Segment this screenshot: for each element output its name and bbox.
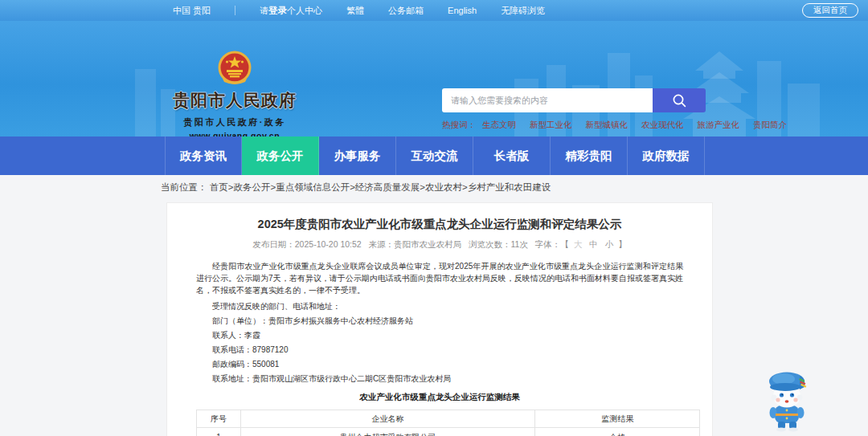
font-size-small[interactable]: 小 bbox=[605, 239, 614, 249]
table-header-row: 序号 企业名称 监测结果 bbox=[197, 410, 700, 428]
nav-tab-data[interactable]: 政府数据 bbox=[628, 137, 705, 175]
main-navigation: 政务资讯 政务公开 办事服务 互动交流 长者版 精彩贵阳 政府数据 bbox=[0, 137, 868, 175]
cell-serial: 1 bbox=[197, 428, 241, 436]
return-home-button[interactable]: 返回首页 bbox=[802, 3, 858, 18]
nav-tab-services[interactable]: 办事服务 bbox=[319, 137, 396, 175]
font-size-medium[interactable]: 中 bbox=[589, 239, 598, 249]
hot-search-label: 热搜词： bbox=[442, 120, 476, 131]
breadcrumb-home[interactable]: 首页 bbox=[210, 182, 228, 192]
breadcrumb-separator: > bbox=[462, 182, 468, 192]
hot-link-tourism[interactable]: 旅游产业化 bbox=[698, 120, 740, 131]
publish-date: 发布日期：2025-10-20 10:52 bbox=[252, 239, 361, 249]
search-area: 热搜词： 生态文明 新型工业化 新型城镇化 农业现代化 旅游产业化 贵阳简介 bbox=[442, 88, 707, 131]
contact-heading: 受理情况反映的部门、电话和地址： bbox=[196, 302, 683, 311]
breadcrumb-separator: > bbox=[350, 182, 355, 192]
article-body: 经贵阳市农业产业化市级重点龙头企业联席会议成员单位审定，现对2025年开展的农业… bbox=[196, 260, 683, 436]
cell-result: 合格 bbox=[535, 428, 700, 436]
breadcrumb-disclosure[interactable]: 政务公开 bbox=[233, 182, 270, 192]
national-emblem-icon bbox=[218, 50, 252, 87]
article-card: 2025年度贵阳市农业产业化市级重点龙头企业运行监测和评定结果公示 发布日期：2… bbox=[166, 202, 713, 436]
site-title: 贵阳市人民政府 bbox=[170, 89, 299, 112]
contact-address: 联系地址：贵阳市观山湖区市级行政中心二期C区贵阳市农业农村局 bbox=[196, 374, 683, 383]
content-area: 当前位置： 首页>政务公开>重点领域信息公开>经济高质量发展>农业农村>乡村产业… bbox=[0, 175, 868, 436]
breadcrumb-agriculture[interactable]: 农业农村 bbox=[425, 182, 462, 192]
search-icon bbox=[672, 93, 687, 108]
nav-tab-news[interactable]: 政务资讯 bbox=[165, 137, 242, 175]
contact-department: 部门（单位）：贵阳市乡村振兴服务中心农村经济服务站 bbox=[196, 316, 683, 325]
article-title: 2025年度贵阳市农业产业化市级重点龙头企业运行监测和评定结果公示 bbox=[196, 217, 683, 232]
announcement-paragraph: 经贵阳市农业产业化市级重点龙头企业联席会议成员单位审定，现对2025年开展的农业… bbox=[196, 260, 683, 296]
top-utility-bar: 中国 贵阳 请登录个人中心 繁體 公务邮箱 English 无障碍浏览 返回首页 bbox=[0, 0, 868, 21]
site-logo[interactable]: 贵阳市人民政府 贵阳市人民政府·政务 www.guiyang.gov.cn bbox=[170, 50, 299, 137]
topbar-link-accessibility[interactable]: 无障碍浏览 bbox=[501, 5, 545, 17]
breadcrumb-rural-industry[interactable]: 乡村产业和农田建设 bbox=[468, 182, 551, 192]
hot-link-ecology[interactable]: 生态文明 bbox=[482, 120, 516, 131]
font-size-label: 字体：【 bbox=[535, 239, 569, 249]
table-title: 农业产业化市级重点龙头企业运行监测结果 bbox=[196, 392, 683, 403]
topbar-link-region[interactable]: 中国 贵阳 bbox=[173, 5, 211, 17]
breadcrumb-key-info[interactable]: 重点领域信息公开 bbox=[276, 182, 350, 192]
topbar-link-mail[interactable]: 公务邮箱 bbox=[388, 5, 424, 17]
view-count: 浏览次数：11次 bbox=[469, 239, 528, 249]
search-input[interactable] bbox=[442, 88, 653, 112]
cell-company: 贵州合力超市采购有限公司 bbox=[240, 428, 534, 436]
topbar-link-traditional[interactable]: 繁體 bbox=[346, 5, 364, 17]
contact-person: 联系人：李霞 bbox=[196, 331, 683, 340]
hot-search-row: 热搜词： 生态文明 新型工业化 新型城镇化 农业现代化 旅游产业化 贵阳简介 bbox=[442, 120, 707, 131]
site-subtitle: 贵阳市人民政府·政务 bbox=[170, 116, 299, 128]
contact-postcode: 邮政编码：550081 bbox=[196, 360, 683, 369]
font-size-large[interactable]: 大 bbox=[574, 239, 583, 249]
table-row: 1 贵州合力超市采购有限公司 合格 bbox=[197, 428, 700, 436]
monitoring-result-table: 序号 企业名称 监测结果 1 贵州合力超市采购有限公司 合格 2 贵州友禾种业有… bbox=[196, 410, 700, 436]
nav-tab-interaction[interactable]: 互动交流 bbox=[396, 137, 473, 175]
article-meta: 发布日期：2025-10-20 10:52 来源：贵阳市农业农村局 浏览次数：1… bbox=[196, 239, 683, 251]
mascot-assistant[interactable] bbox=[762, 365, 813, 433]
hot-link-industry[interactable]: 新型工业化 bbox=[530, 120, 572, 131]
contact-phone: 联系电话：87987120 bbox=[196, 345, 683, 354]
search-button[interactable] bbox=[653, 88, 706, 112]
header-result: 监测结果 bbox=[535, 410, 700, 428]
hot-link-intro[interactable]: 贵阳简介 bbox=[753, 120, 787, 131]
nav-tab-senior[interactable]: 长者版 bbox=[473, 137, 551, 175]
site-header: 贵阳市人民政府 贵阳市人民政府·政务 www.guiyang.gov.cn 热搜… bbox=[0, 21, 868, 137]
breadcrumb-label: 当前位置： bbox=[161, 182, 207, 192]
nav-tab-highlights[interactable]: 精彩贵阳 bbox=[551, 137, 628, 175]
topbar-link-login[interactable]: 请登录个人中心 bbox=[260, 5, 322, 17]
hot-link-urbanization[interactable]: 新型城镇化 bbox=[586, 120, 628, 131]
breadcrumb: 当前位置： 首页>政务公开>重点领域信息公开>经济高质量发展>农业农村>乡村产业… bbox=[0, 175, 868, 194]
hot-link-agriculture[interactable]: 农业现代化 bbox=[641, 120, 684, 131]
site-url: www.guiyang.gov.cn bbox=[170, 131, 299, 137]
topbar-link-english[interactable]: English bbox=[448, 6, 477, 15]
breadcrumb-economy[interactable]: 经济高质量发展 bbox=[355, 182, 420, 192]
header-company: 企业名称 bbox=[240, 410, 534, 428]
article-source: 来源：贵阳市农业农村局 bbox=[369, 239, 462, 249]
header-serial: 序号 bbox=[197, 410, 241, 428]
topbar-divider bbox=[235, 6, 235, 15]
font-size-label-end: 】 bbox=[618, 239, 627, 249]
nav-tab-gov-disclosure[interactable]: 政务公开 bbox=[242, 137, 319, 175]
